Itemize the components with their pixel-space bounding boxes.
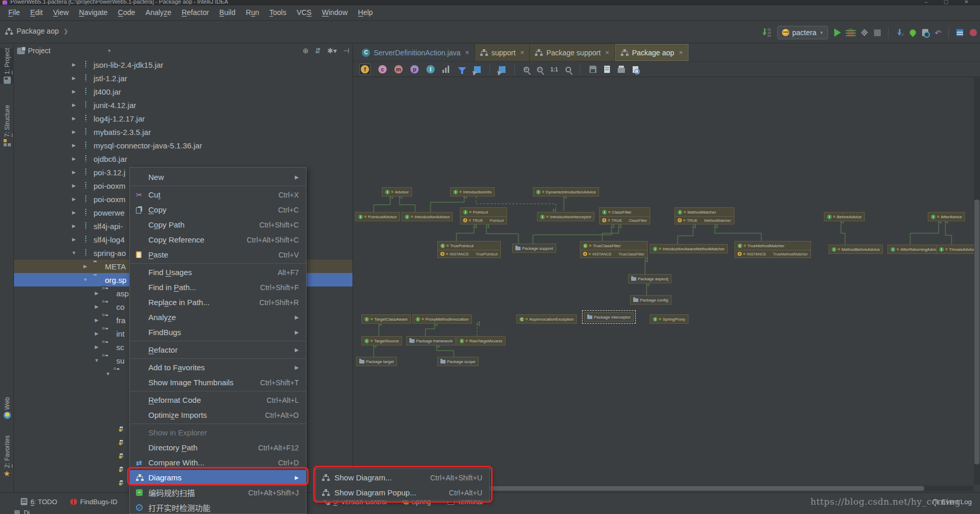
breadcrumb[interactable]: Package aop ❯ bbox=[5, 27, 68, 35]
menu-vcs[interactable]: VCS bbox=[292, 5, 317, 20]
context-menu-item-cut[interactable]: ✂CutCtrl+X bbox=[130, 187, 306, 202]
context-menu-item-show-image-thumbnails[interactable]: Show Image ThumbnailsCtrl+Shift+T bbox=[130, 375, 306, 390]
coverage-button[interactable] bbox=[861, 29, 868, 36]
diagram-node-springproxy[interactable]: ISpringProxy bbox=[650, 314, 688, 324]
diagram-node-introductionawaremethodmatcher[interactable]: IIntroductionAwareMethodMatcher bbox=[650, 244, 728, 253]
chevron-down-icon[interactable]: ▼ bbox=[108, 49, 112, 53]
submenu-item-show-diagram-popup---[interactable]: Show Diagram Popup...Ctrl+Alt+U bbox=[316, 485, 489, 500]
tree-row-ojdbc6-jar[interactable]: ▶ojdbc6.jar bbox=[14, 152, 353, 165]
diagram-node-package-interceptor[interactable]: Package interceptor bbox=[584, 312, 634, 322]
expanded-arrow-icon[interactable]: ▼ bbox=[105, 371, 111, 376]
collapsed-arrow-icon[interactable]: ▶ bbox=[71, 156, 77, 161]
collapsed-arrow-icon[interactable]: ▶ bbox=[94, 318, 100, 323]
collapsed-arrow-icon[interactable]: ▶ bbox=[94, 344, 100, 350]
constructors-visibility-icon[interactable]: c bbox=[378, 65, 387, 73]
tab-package-support[interactable]: Package support× bbox=[530, 44, 615, 61]
tab-serverdefinitionaction-java[interactable]: CServerDefinitionAction.java× bbox=[357, 44, 475, 61]
inner-classes-visibility-icon[interactable]: I bbox=[426, 65, 435, 73]
context-menu-item-add-to-favorites[interactable]: Add to Favorites▶ bbox=[130, 360, 306, 375]
collapsed-arrow-icon[interactable]: ▶ bbox=[94, 304, 100, 309]
run-button[interactable] bbox=[834, 28, 841, 37]
hide-panel-button[interactable]: ⊣ bbox=[343, 47, 349, 55]
collapsed-arrow-icon[interactable]: ▶ bbox=[94, 331, 100, 336]
tree-row-mybatis-2-3-5-jar[interactable]: ▶mybatis-2.3.5.jar bbox=[14, 125, 353, 139]
fields-visibility-icon[interactable]: f bbox=[361, 65, 369, 73]
collapsed-arrow-icon[interactable]: ▶ bbox=[71, 143, 77, 148]
commit-changes-button[interactable] bbox=[909, 28, 917, 37]
menu-navigate[interactable]: Navigate bbox=[74, 5, 113, 20]
menu-window[interactable]: Window bbox=[317, 5, 353, 20]
diagram-node-truepointcut[interactable]: CTruePointcutfINSTANCETruePointcut bbox=[437, 241, 501, 258]
diagram-node-pointcutadvisor[interactable]: IPointcutAdvisor bbox=[355, 212, 400, 221]
collapsed-arrow-icon[interactable]: ▶ bbox=[71, 116, 77, 121]
visibility-level-icon[interactable] bbox=[442, 66, 450, 73]
diagram-node-methodmatcher[interactable]: IMethodMatcherfTRUEMethodMatcher bbox=[675, 207, 734, 224]
diagram-node-package-support[interactable]: Package support bbox=[512, 244, 556, 253]
diagram-node-throwsadvice[interactable]: IThrowsAdvice bbox=[936, 245, 974, 254]
context-menu-item-copy-reference[interactable]: Copy ReferenceCtrl+Alt+Shift+C bbox=[130, 232, 306, 247]
stripe-button-web[interactable]: Web bbox=[0, 397, 14, 419]
dependencies-scope-icon[interactable] bbox=[499, 66, 506, 73]
tree-row-junit-4-12-jar[interactable]: ▶junit-4.12.jar bbox=[14, 98, 353, 112]
context-menu-item-copy-path[interactable]: Copy PathCtrl+Shift+C bbox=[130, 217, 306, 232]
run-configuration-select[interactable]: pactera ▼ bbox=[777, 26, 829, 39]
context-menu-item-打开实时检测功能[interactable]: ✓打开实时检测功能 bbox=[130, 500, 306, 514]
uml-diagram-canvas[interactable]: IAdvisorIIntroductionInfoIDynamicIntrodu… bbox=[353, 78, 974, 485]
stop-button[interactable] bbox=[874, 29, 881, 36]
diagram-node-proxymethodinvocation[interactable]: IProxyMethodInvocation bbox=[412, 314, 472, 324]
filter-icon[interactable] bbox=[458, 67, 466, 72]
tab-package-aop[interactable]: Package aop× bbox=[615, 44, 688, 61]
tree-row-jt400-jar[interactable]: ▶jt400.jar bbox=[14, 85, 353, 98]
diagram-node-package-config[interactable]: Package config bbox=[630, 295, 671, 305]
locate-file-button[interactable]: ⊕ bbox=[303, 47, 309, 55]
collapsed-arrow-icon[interactable]: ▶ bbox=[71, 89, 77, 94]
close-tab-icon[interactable]: × bbox=[679, 49, 683, 56]
menu-view[interactable]: View bbox=[48, 5, 74, 20]
menu-build[interactable]: Build bbox=[214, 5, 240, 20]
diagram-node-rawtargetaccess[interactable]: IRawTargetAccess bbox=[456, 336, 506, 345]
update-project-button[interactable]: ✓ bbox=[896, 29, 904, 37]
diagram-node-package-framework[interactable]: Package framework bbox=[406, 336, 456, 345]
methods-visibility-icon[interactable]: m bbox=[394, 65, 403, 73]
collapsed-arrow-icon[interactable]: ▶ bbox=[71, 237, 77, 242]
context-menu-item-paste[interactable]: PasteCtrl+V bbox=[130, 247, 306, 262]
vcs-incoming-icon[interactable]: 011001 bbox=[763, 28, 771, 37]
menu-code[interactable]: Code bbox=[113, 5, 140, 20]
diagram-node-targetsource[interactable]: ITargetSource bbox=[361, 336, 402, 345]
context-menu-item-diagrams[interactable]: Diagrams▶ bbox=[130, 470, 306, 485]
tree-row-log4j-1-2-17-jar[interactable]: ▶log4j-1.2.17.jar bbox=[14, 112, 353, 125]
collapsed-arrow-icon[interactable]: ▶ bbox=[71, 170, 77, 175]
diagram-node-targetclassaware[interactable]: ITargetClassAware bbox=[361, 314, 411, 324]
rollback-button[interactable]: ↶ bbox=[935, 29, 941, 37]
diagram-node-introductionadvisor[interactable]: IIntroductionAdvisor bbox=[402, 212, 453, 221]
close-tab-icon[interactable]: × bbox=[520, 49, 524, 56]
statusbar-button-findbugs-id[interactable]: FindBugs-ID bbox=[70, 496, 117, 507]
collapsed-arrow-icon[interactable]: ▶ bbox=[71, 210, 77, 215]
collapsed-arrow-icon[interactable]: ▶ bbox=[71, 129, 77, 134]
diagram-node-package-scope[interactable]: Package scope bbox=[437, 357, 479, 366]
context-menu-item-find-usages[interactable]: Find UsagesAlt+F7 bbox=[130, 265, 306, 280]
tree-row-json-lib-2-4-jdk15-jar[interactable]: ▶json-lib-2.4-jdk15.jar bbox=[14, 58, 353, 71]
close-tab-icon[interactable]: × bbox=[465, 49, 469, 56]
collapsed-arrow-icon[interactable]: ▶ bbox=[71, 62, 77, 67]
stripe-button-project[interactable]: 1: Project bbox=[0, 48, 14, 84]
menu-help[interactable]: Help bbox=[353, 5, 378, 20]
zoom-out-icon[interactable]: − bbox=[537, 67, 543, 72]
context-menu-item-replace-in-path---[interactable]: Replace in Path...Ctrl+Shift+R bbox=[130, 295, 306, 310]
diagram-node-aopinvocationexception[interactable]: CAopInvocationException bbox=[516, 314, 577, 324]
diagram-node-afteradvice[interactable]: IAfterAdvice bbox=[928, 212, 965, 221]
menu-file[interactable]: File bbox=[3, 5, 25, 20]
zoom-in-icon[interactable]: + bbox=[524, 67, 529, 72]
diagram-node-methodbeforeadvice[interactable]: IMethodBeforeAdvice bbox=[829, 245, 883, 254]
context-menu-item-optimize-imports[interactable]: Optimize ImportsCtrl+Alt+O bbox=[130, 407, 306, 422]
context-menu-item-copy[interactable]: CopyCtrl+C bbox=[130, 202, 306, 217]
tree-row-mysql-connector-java-5-1-36-jar[interactable]: ▶mysql-connector-java-5.1.36.jar bbox=[14, 139, 353, 152]
debug-button[interactable] bbox=[847, 28, 854, 37]
context-menu-item-analyze[interactable]: Analyze▶ bbox=[130, 310, 306, 325]
panel-settings-button[interactable]: ✱▾ bbox=[327, 47, 337, 55]
context-menu-item-编码规约扫描[interactable]: ~编码规约扫描Ctrl+Alt+Shift+J bbox=[130, 485, 306, 500]
fit-content-icon[interactable] bbox=[565, 67, 571, 72]
vertical-scrollbar-thumb[interactable] bbox=[974, 200, 979, 464]
expanded-arrow-icon[interactable]: ▼ bbox=[71, 250, 77, 255]
menu-refactor[interactable]: Refactor bbox=[176, 5, 214, 20]
